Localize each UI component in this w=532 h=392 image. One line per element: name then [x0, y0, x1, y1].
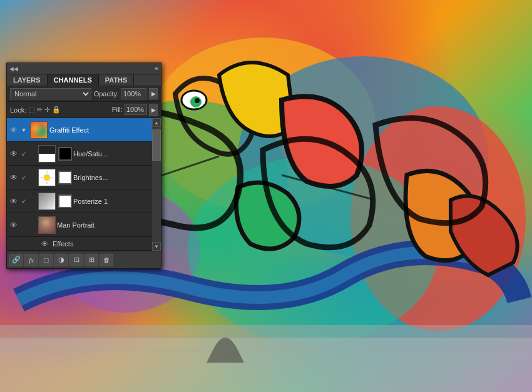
- lock-row: Lock: ⬚ ✏ ✛ 🔒 Fill: ▶: [7, 102, 161, 118]
- layer-mask-brightness: [58, 171, 72, 184]
- layer-visibility-hue[interactable]: 👁: [8, 142, 19, 166]
- layer-thumb-brightness: [38, 169, 56, 186]
- layer-visibility-graffiti[interactable]: 👁: [8, 118, 19, 142]
- svg-rect-9: [0, 325, 532, 392]
- svg-point-14: [190, 96, 202, 108]
- svg-rect-23: [39, 193, 56, 210]
- layer-thumb-posterize: [38, 193, 56, 210]
- panel-tabs: LAYERS CHANNELS PATHS: [7, 74, 161, 86]
- layers-list: ▲ 👁 ▼ Graffiti Effect 👁 ↙ Hue/Satu... 👁 …: [7, 118, 161, 251]
- layers-panel: ◀◀ ≡ LAYERS CHANNELS PATHS Normal Opacit…: [6, 63, 161, 269]
- layer-thumb-hue: [38, 145, 56, 163]
- mask-icon: □: [44, 256, 49, 264]
- svg-point-15: [195, 98, 200, 103]
- svg-point-3: [350, 106, 526, 331]
- svg-point-18: [44, 174, 50, 181]
- layer-chain-posterize[interactable]: ↙: [19, 198, 28, 204]
- svg-line-8: [282, 175, 376, 200]
- layer-name-posterize: Posterize 1: [73, 198, 160, 205]
- layer-row-portrait[interactable]: 👁 Man Portrait ƒx: [7, 213, 161, 237]
- scrollbar-thumb[interactable]: [152, 129, 161, 161]
- layer-chain-brightness[interactable]: ↙: [19, 174, 28, 181]
- add-mask-btn[interactable]: □: [39, 254, 53, 266]
- lock-pixels-icon[interactable]: ✏: [37, 106, 43, 114]
- lock-icons: ⬚ ✏ ✛ 🔒: [29, 106, 61, 114]
- layer-visibility-brightness[interactable]: 👁: [8, 166, 19, 189]
- blend-mode-row: Normal Opacity: ▶: [7, 86, 161, 102]
- layer-row-posterize[interactable]: 👁 ↙ Posterize 1: [7, 189, 161, 213]
- svg-rect-17: [39, 154, 55, 162]
- scroll-down-btn[interactable]: ▼: [152, 242, 161, 251]
- layer-name-brightness: Brightnes...: [73, 174, 160, 181]
- delete-layer-btn[interactable]: 🗑: [100, 254, 113, 266]
- panel-menu-icon[interactable]: ≡: [155, 65, 158, 72]
- layer-row-hue-sat[interactable]: 👁 ↙ Hue/Satu...: [7, 142, 161, 166]
- fx-icon: fx: [29, 256, 34, 264]
- layer-thumb-graffiti: [30, 121, 48, 139]
- svg-point-2: [238, 56, 488, 256]
- effects-row[interactable]: 👁 Effects: [7, 237, 161, 251]
- link-icon: 🔗: [12, 256, 21, 264]
- collapse-arrows-icon: ◀◀: [9, 66, 18, 72]
- layer-row-graffiti-effect[interactable]: 👁 ▼ Graffiti Effect: [7, 118, 161, 142]
- svg-point-0: [150, 38, 376, 213]
- new-layer-icon: ⊞: [89, 256, 95, 264]
- blend-mode-select[interactable]: Normal: [10, 88, 91, 99]
- link-layers-btn[interactable]: 🔗: [9, 254, 23, 266]
- layer-name-portrait: Man Portrait: [57, 221, 151, 229]
- svg-point-13: [182, 91, 207, 109]
- new-layer-btn[interactable]: ⊞: [84, 254, 98, 266]
- svg-rect-10: [0, 338, 532, 392]
- layer-row-brightness[interactable]: 👁 ↙ Brightnes...: [7, 166, 161, 189]
- new-group-btn[interactable]: ⊡: [69, 254, 83, 266]
- fill-label: Fill: ▶: [112, 104, 158, 116]
- lock-label: Lock:: [10, 106, 26, 114]
- opacity-input[interactable]: [121, 88, 146, 99]
- svg-rect-16: [39, 146, 55, 154]
- layer-mask-hue: [58, 147, 72, 161]
- layer-name-hue: Hue/Satu...: [73, 150, 160, 158]
- layer-toolbar: 🔗 fx □ ◑ ⊡ ⊞ 🗑: [7, 251, 161, 268]
- fill-input[interactable]: [125, 104, 147, 115]
- layer-mask-posterize: [58, 194, 72, 208]
- adjustment-icon: ◑: [58, 256, 64, 264]
- panel-titlebar: ◀◀ ≡: [7, 63, 161, 74]
- opacity-label: Opacity:: [94, 90, 119, 98]
- scroll-up-btn[interactable]: ▲: [152, 118, 161, 127]
- layer-chain-hue[interactable]: ↙: [19, 150, 28, 157]
- layer-visibility-posterize[interactable]: 👁: [8, 189, 19, 213]
- lock-position-icon[interactable]: ✛: [44, 106, 50, 114]
- layer-name-graffiti: Graffiti Effect: [49, 126, 160, 134]
- layer-expand-graffiti[interactable]: ▼: [19, 127, 28, 133]
- new-adjustment-btn[interactable]: ◑: [54, 254, 68, 266]
- lock-all-icon[interactable]: 🔒: [52, 106, 61, 114]
- delete-icon: 🗑: [103, 256, 110, 264]
- tab-paths[interactable]: PATHS: [99, 74, 135, 86]
- lock-transparent-icon[interactable]: ⬚: [29, 106, 35, 114]
- layer-thumb-portrait: [38, 216, 56, 234]
- opacity-arrow-btn[interactable]: ▶: [149, 88, 158, 99]
- effects-label: Effects: [53, 240, 73, 248]
- layer-visibility-portrait[interactable]: 👁: [8, 213, 19, 237]
- group-icon: ⊡: [74, 256, 79, 264]
- fill-arrow-btn[interactable]: ▶: [149, 104, 158, 116]
- tab-layers[interactable]: LAYERS: [7, 74, 48, 86]
- scrollbar-track: [152, 127, 161, 242]
- layer-effects-btn[interactable]: fx: [24, 254, 38, 266]
- svg-point-5: [188, 156, 438, 344]
- tab-channels[interactable]: CHANNELS: [48, 74, 99, 86]
- panel-collapse-area[interactable]: ◀◀: [9, 66, 21, 72]
- effects-visibility-icon[interactable]: 👁: [41, 240, 53, 248]
